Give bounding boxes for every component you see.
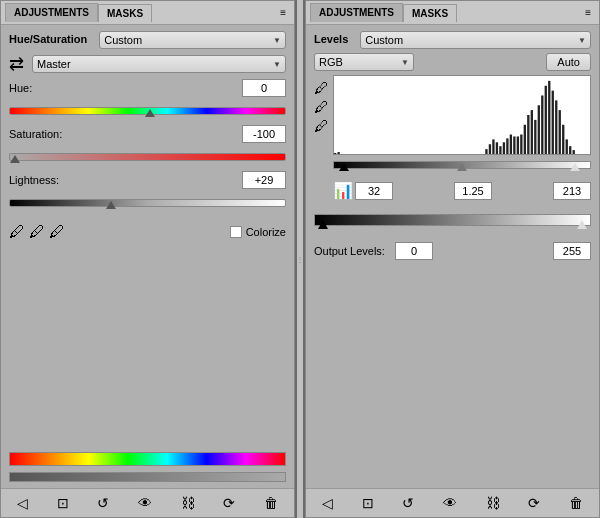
- channel-row: ⇄ Master ▼: [9, 53, 286, 75]
- preset-dropdown-arrow-right: ▼: [578, 36, 586, 45]
- preset-dropdown-left[interactable]: Custom ▼: [99, 31, 286, 49]
- chain-icon-left[interactable]: ⛓: [177, 493, 199, 513]
- histogram-section: 🖊 🖊 🖊: [314, 75, 591, 200]
- right-panel: ADJUSTMENTS MASKS ≡ Levels Custom ▼ RGB …: [305, 0, 600, 518]
- svg-rect-2: [520, 135, 522, 155]
- back-icon-right[interactable]: ◁: [318, 493, 337, 513]
- left-toolbar: ◁ ⊡ ↺ 👁 ⛓ ⟳ 🗑: [1, 488, 294, 517]
- tab-masks-right[interactable]: MASKS: [403, 4, 457, 22]
- input-black-value[interactable]: [355, 182, 393, 200]
- output-levels-row: Output Levels:: [314, 242, 591, 260]
- svg-rect-0: [334, 153, 336, 154]
- saturation-track[interactable]: [9, 153, 286, 161]
- svg-rect-4: [527, 115, 529, 154]
- input-slider-row[interactable]: [333, 157, 591, 179]
- svg-rect-24: [506, 138, 508, 154]
- hue-label-row: Hue:: [9, 79, 286, 97]
- back-icon-left[interactable]: ◁: [13, 493, 32, 513]
- saturation-slider-row[interactable]: [9, 147, 286, 167]
- visibility-icon-right[interactable]: 👁: [439, 493, 461, 513]
- svg-rect-25: [510, 135, 512, 155]
- lightness-input[interactable]: [242, 171, 286, 189]
- input-gray-thumb[interactable]: [457, 163, 467, 171]
- black-point-eyedropper[interactable]: 🖊: [314, 79, 329, 96]
- eyedropper-icon[interactable]: 🖊: [9, 223, 25, 241]
- colorize-label: Colorize: [246, 226, 286, 238]
- visibility-icon-left[interactable]: 👁: [134, 493, 156, 513]
- reset-icon-right[interactable]: ↺: [398, 493, 418, 513]
- delete-icon-right[interactable]: 🗑: [565, 493, 587, 513]
- chain-icon-right[interactable]: ⛓: [482, 493, 504, 513]
- levels-section-header: Levels Custom ▼: [314, 31, 591, 49]
- result-bar: [9, 472, 286, 482]
- tab-adjustments-left[interactable]: ADJUSTMENTS: [5, 3, 98, 22]
- output-slider-section[interactable]: [314, 210, 591, 232]
- channel-dropdown-arrow: ▼: [273, 60, 281, 69]
- hue-slider-row[interactable]: [9, 101, 286, 121]
- right-panel-header: ADJUSTMENTS MASKS ≡: [306, 1, 599, 25]
- preset-dropdown-right[interactable]: Custom ▼: [360, 31, 591, 49]
- svg-rect-18: [485, 149, 487, 154]
- svg-rect-17: [573, 150, 575, 154]
- reset-icon-left[interactable]: ↺: [93, 493, 113, 513]
- right-panel-menu[interactable]: ≡: [581, 7, 595, 18]
- svg-rect-22: [499, 146, 501, 154]
- svg-rect-10: [548, 81, 550, 154]
- svg-rect-6: [534, 120, 536, 154]
- saturation-thumb[interactable]: [10, 155, 20, 163]
- saturation-input[interactable]: [242, 125, 286, 143]
- hue-label: Hue:: [9, 82, 32, 94]
- selection-icon-right[interactable]: ⊡: [358, 493, 378, 513]
- refresh-icon-right[interactable]: ⟳: [524, 493, 544, 513]
- channel-dropdown-right[interactable]: RGB ▼: [314, 53, 414, 71]
- colorize-row: 🖊 🖊 🖊 Colorize: [9, 223, 286, 241]
- input-white-thumb[interactable]: [570, 163, 580, 171]
- input-white-value[interactable]: [553, 182, 591, 200]
- svg-rect-20: [492, 139, 494, 154]
- input-mid-value[interactable]: [454, 182, 492, 200]
- output-white-value[interactable]: [553, 242, 591, 260]
- svg-rect-16: [569, 146, 571, 154]
- hue-thumb[interactable]: [145, 109, 155, 117]
- section-title-right: Levels: [314, 33, 348, 45]
- tab-masks-left[interactable]: MASKS: [98, 4, 152, 22]
- refresh-icon-left[interactable]: ⟳: [219, 493, 239, 513]
- output-black-value[interactable]: [395, 242, 433, 260]
- white-point-eyedropper[interactable]: 🖊: [314, 117, 329, 134]
- svg-rect-14: [562, 125, 564, 154]
- levels-icon[interactable]: 📊: [333, 181, 353, 200]
- colorize-checkbox[interactable]: [230, 226, 242, 238]
- svg-rect-8: [541, 96, 543, 155]
- left-panel-header: ADJUSTMENTS MASKS ≡: [1, 1, 294, 25]
- svg-rect-5: [531, 110, 533, 154]
- gray-point-eyedropper[interactable]: 🖊: [314, 98, 329, 115]
- edit-points-icon[interactable]: ⇄: [9, 53, 24, 75]
- eyedropper-minus-icon[interactable]: 🖊: [49, 223, 65, 241]
- preset-dropdown-arrow-left: ▼: [273, 36, 281, 45]
- right-panel-body: Levels Custom ▼ RGB ▼ Auto 🖊 🖊 🖊: [306, 25, 599, 488]
- delete-icon-left[interactable]: 🗑: [260, 493, 282, 513]
- output-black-thumb[interactable]: [318, 220, 328, 229]
- panel-divider[interactable]: ⋮: [297, 0, 303, 518]
- lightness-thumb[interactable]: [106, 201, 116, 209]
- svg-rect-7: [538, 105, 540, 154]
- tab-adjustments-right[interactable]: ADJUSTMENTS: [310, 3, 403, 22]
- channel-dropdown-left[interactable]: Master ▼: [32, 55, 286, 73]
- auto-button[interactable]: Auto: [546, 53, 591, 71]
- output-white-thumb[interactable]: [577, 220, 587, 229]
- section-title-left: Hue/Saturation: [9, 33, 87, 45]
- hue-input[interactable]: [242, 79, 286, 97]
- input-black-thumb[interactable]: [339, 163, 349, 171]
- selection-icon-left[interactable]: ⊡: [53, 493, 73, 513]
- lightness-track[interactable]: [9, 199, 286, 207]
- saturation-label-row: Saturation:: [9, 125, 286, 143]
- svg-rect-23: [503, 142, 505, 154]
- lightness-slider-row[interactable]: [9, 193, 286, 213]
- eyedropper-plus-icon[interactable]: 🖊: [29, 223, 45, 241]
- hue-track[interactable]: [9, 107, 286, 115]
- left-panel-menu[interactable]: ≡: [276, 7, 290, 18]
- svg-rect-12: [555, 100, 557, 154]
- svg-rect-11: [552, 91, 554, 154]
- rgb-dropdown-arrow: ▼: [401, 58, 409, 67]
- histogram-area: [333, 75, 591, 155]
